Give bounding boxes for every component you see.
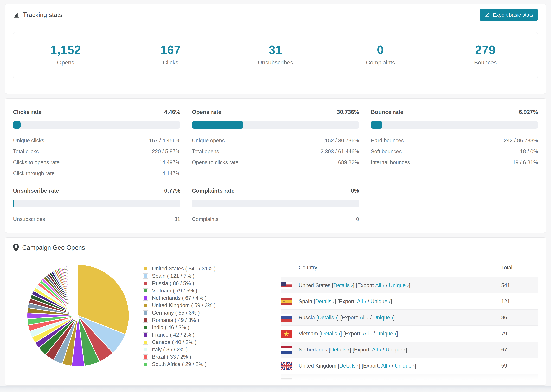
stat-value: 31 xyxy=(223,43,328,57)
legend-label: Brazil ( 33 / 2% ) xyxy=(152,354,191,360)
legend-swatch-color xyxy=(144,326,147,329)
legend-item: Spain ( 121 / 7% ) xyxy=(143,272,242,280)
export-all-link[interactable]: All › xyxy=(360,315,369,321)
legend-item: Brazil ( 33 / 2% ) xyxy=(143,353,242,361)
stat-label: Bounces xyxy=(433,59,538,66)
metric-label: Total clicks xyxy=(13,148,39,155)
legend-swatch xyxy=(143,325,148,330)
metric-row: Complaints0 xyxy=(192,216,359,222)
metric-row: Hard bounces242 / 86.738% xyxy=(371,138,538,144)
metric-row: Opens to clicks rate689.82% xyxy=(192,159,359,166)
legend-swatch xyxy=(143,318,148,323)
metric-label: Soft bounces xyxy=(371,148,402,155)
rate-head: Clicks rate4.46% xyxy=(13,109,180,115)
flag-vn-icon xyxy=(281,330,292,338)
geo-table: Country Total United States [Details ›] … xyxy=(281,258,538,381)
metric-row: Soft bounces18 / 0% xyxy=(371,148,538,155)
metric-row: Unsubscribes31 xyxy=(13,216,180,222)
stat-label: Clicks xyxy=(118,59,223,66)
legend-swatch xyxy=(143,332,148,337)
stat-value: 0 xyxy=(328,43,433,57)
metric-row: Internal bounces19 / 6.81% xyxy=(371,159,538,166)
dotted-leader xyxy=(241,164,336,164)
legend-item: Russia ( 86 / 5% ) xyxy=(143,280,242,287)
legend-label: Spain ( 121 / 7% ) xyxy=(152,273,194,279)
export-basic-stats-button[interactable]: Export basic stats xyxy=(480,9,538,21)
metric-label: Unique opens xyxy=(192,138,225,144)
legend-swatch-color xyxy=(144,318,147,322)
metric-label: Unique clicks xyxy=(13,138,44,144)
rate-title: Clicks rate xyxy=(13,109,42,115)
country-name: Spain xyxy=(299,298,314,304)
legend-label: Netherlands ( 67 / 4% ) xyxy=(152,295,206,301)
table-fade-overlay xyxy=(281,370,538,381)
country-name: Vietnam xyxy=(299,331,319,336)
flag-nl-icon xyxy=(281,346,292,354)
metric-row: Clicks to opens rate14.497% xyxy=(13,159,180,166)
legend-item: Netherlands ( 67 / 4% ) xyxy=(143,294,242,302)
export-unique-link[interactable]: Unique › xyxy=(370,298,390,304)
legend-label: United Kingdom ( 59 / 3% ) xyxy=(152,302,216,308)
metric-value: 31 xyxy=(174,216,180,222)
bar-chart-icon xyxy=(13,12,20,18)
legend-label: United States ( 541 / 31% ) xyxy=(152,266,216,272)
table-row-nl: Netherlands [Details ›] [Export: All › /… xyxy=(281,342,538,358)
dashboard-page: Tracking stats Export basic stats 1,152O… xyxy=(0,0,551,385)
metric-row: Total opens2,303 / 61.446% xyxy=(192,148,359,155)
legend-item: Italy ( 36 / 2% ) xyxy=(143,346,242,353)
rate-rows: Complaints0 xyxy=(192,216,359,222)
export-all-link[interactable]: All › xyxy=(372,347,381,353)
rate-head: Bounce rate6.927% xyxy=(371,109,538,115)
export-all-link[interactable]: All › xyxy=(363,331,372,336)
flag-es-icon xyxy=(281,298,292,305)
dotted-leader xyxy=(41,153,149,154)
metric-row: Unique clicks167 / 4.456% xyxy=(13,138,180,144)
export-unique-link[interactable]: Unique › xyxy=(376,331,396,336)
dotted-leader xyxy=(47,142,147,142)
details-link[interactable]: Details › xyxy=(330,347,350,353)
rate-value: 0.77% xyxy=(164,188,180,194)
legend-swatch-color xyxy=(144,282,147,285)
geo-table-body: United States [Details ›] [Export: All ›… xyxy=(281,277,538,381)
rate-rows: Unsubscribes31 xyxy=(13,216,180,222)
geo-header: Campaign Geo Opens xyxy=(13,238,538,258)
details-link[interactable]: Details › xyxy=(318,315,337,321)
details-link[interactable]: Details › xyxy=(315,298,335,304)
details-link[interactable]: Details › xyxy=(321,331,340,336)
metric-label: Unsubscribes xyxy=(13,216,45,222)
metric-row: Click through rate4.147% xyxy=(13,170,180,176)
flag-gb-icon xyxy=(281,362,292,370)
export-all-link[interactable]: All › xyxy=(381,363,390,369)
legend-label: Germany ( 55 / 3% ) xyxy=(152,310,200,316)
export-all-link[interactable]: All › xyxy=(375,282,384,288)
campaign-geo-opens-card: Campaign Geo Opens United States ( 541 /… xyxy=(5,237,546,385)
geo-content: United States ( 541 / 31% )Spain ( 121 /… xyxy=(5,258,546,381)
country-name: Russia xyxy=(299,315,316,321)
export-icon xyxy=(484,12,490,18)
rate-value: 30.736% xyxy=(337,109,359,115)
progress-bar xyxy=(13,200,180,207)
export-unique-link[interactable]: Unique › xyxy=(386,347,406,353)
export-unique-link[interactable]: Unique › xyxy=(373,315,393,321)
country-total: 86 xyxy=(501,315,538,321)
details-link[interactable]: Details › xyxy=(333,282,353,288)
export-button-label: Export basic stats xyxy=(493,12,533,18)
metric-label: Clicks to opens rate xyxy=(13,159,60,166)
export-unique-link[interactable]: Unique › xyxy=(395,363,415,369)
export-all-link[interactable]: All › xyxy=(357,298,366,304)
legend-swatch xyxy=(143,303,148,308)
metric-row: Total clicks220 / 5.87% xyxy=(13,148,180,155)
dotted-leader xyxy=(412,164,510,164)
export-unique-link[interactable]: Unique › xyxy=(389,282,409,288)
section-title-campaign-geo-opens: Campaign Geo Opens xyxy=(22,244,85,251)
stat-box-bounces: 279Bounces xyxy=(433,33,538,78)
details-link[interactable]: Details › xyxy=(339,363,359,369)
legend-swatch-color xyxy=(144,355,147,359)
metric-value: 19 / 6.81% xyxy=(513,159,538,166)
metric-label: Complaints xyxy=(192,216,218,222)
dotted-leader xyxy=(48,221,172,221)
stat-box-opens: 1,152Opens xyxy=(13,33,118,78)
pie-chart-container xyxy=(13,258,143,381)
country-total: 67 xyxy=(501,347,538,353)
rate-rows: Unique clicks167 / 4.456%Total clicks220… xyxy=(13,138,180,176)
